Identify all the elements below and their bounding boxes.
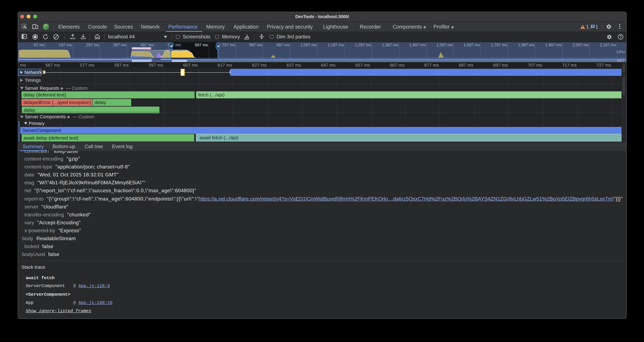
- svg-text:?: ?: [620, 35, 622, 39]
